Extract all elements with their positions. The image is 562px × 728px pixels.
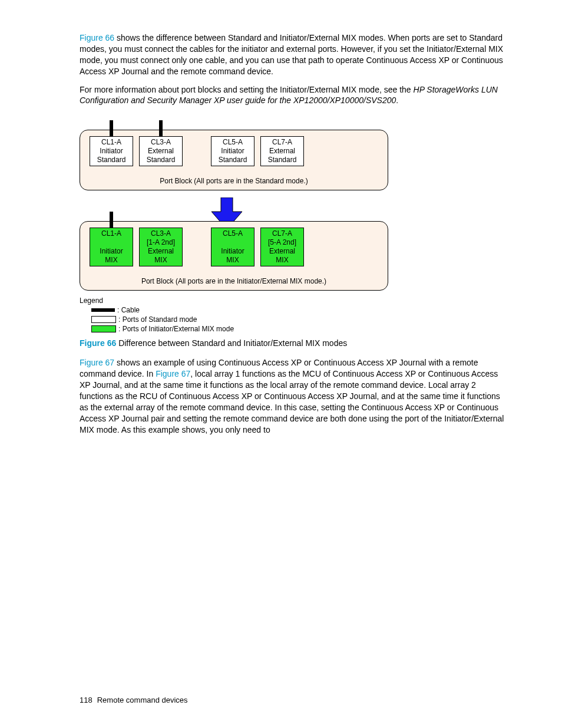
port-box-line: Standard bbox=[213, 156, 253, 164]
cable-icon bbox=[159, 120, 163, 137]
port-box-line: CL5-A bbox=[213, 138, 253, 147]
port-box-line: CL7-A bbox=[262, 138, 302, 147]
figure-66-caption: Figure 66 Difference between Standard an… bbox=[80, 338, 506, 349]
page-number: 118 bbox=[80, 696, 92, 704]
port-box-line: MIX bbox=[141, 256, 181, 265]
port-box-line: Initiator bbox=[91, 247, 131, 256]
legend: Legend : Cable: Ports of Standard mode: … bbox=[80, 297, 368, 333]
legend-swatch-icon bbox=[91, 316, 116, 323]
port-box-line: MIX bbox=[91, 256, 131, 265]
para2-lead: For more information about port blocks a… bbox=[80, 85, 414, 94]
para3-t2: , local array 1 functions as the MCU of … bbox=[80, 369, 504, 434]
port-box-line: Standard bbox=[262, 156, 302, 164]
figure-66-text: Difference between Standard and Initiato… bbox=[116, 338, 347, 348]
port-box-line: CL1-A bbox=[91, 229, 131, 238]
legend-title: Legend bbox=[80, 297, 368, 305]
figure-67-link-1[interactable]: Figure 67 bbox=[80, 358, 114, 367]
legend-item: : Cable bbox=[91, 306, 368, 314]
port-box-line: Standard bbox=[141, 156, 181, 164]
legend-item: : Ports of Standard mode bbox=[91, 315, 368, 324]
section-title: Remote command devices bbox=[97, 696, 188, 704]
port-box-line: External bbox=[262, 147, 302, 156]
port-box-line: [1-A 2nd] bbox=[141, 238, 181, 247]
port-box: CL3-AExternalStandard bbox=[139, 136, 183, 166]
para1-text: shows the difference between Standard an… bbox=[80, 33, 503, 76]
figure-67-link-2[interactable]: Figure 67 bbox=[156, 369, 190, 378]
port-box-line: Standard bbox=[91, 156, 131, 164]
paragraph-3: Figure 67 shows an example of using Cont… bbox=[80, 357, 506, 435]
port-box-line: CL3-A bbox=[141, 138, 181, 147]
top-block-caption: Port Block (All ports are in the Standar… bbox=[90, 177, 378, 185]
legend-item: : Ports of Initiator/External MIX mode bbox=[91, 325, 368, 333]
port-box: CL7-A[5-A 2nd]ExternalMIX bbox=[260, 228, 304, 266]
cable-icon bbox=[110, 212, 113, 228]
cable-icon bbox=[110, 120, 113, 137]
port-box: CL5-AInitiatorStandard bbox=[211, 136, 254, 166]
legend-swatch-icon bbox=[91, 325, 116, 332]
port-box-line: CL7-A bbox=[262, 229, 302, 238]
page-footer: 118Remote command devices bbox=[80, 696, 188, 704]
port-box-line: CL5-A bbox=[213, 229, 253, 238]
port-box-line: Initiator bbox=[213, 147, 253, 156]
paragraph-1: Figure 66 shows the difference between S… bbox=[80, 32, 506, 77]
bottom-port-block: CL1-A InitiatorMIXCL3-A[1-A 2nd]External… bbox=[80, 221, 388, 291]
port-box-line: External bbox=[141, 147, 181, 156]
figure-66-link[interactable]: Figure 66 bbox=[80, 33, 114, 42]
port-box-line: External bbox=[141, 247, 181, 256]
bottom-block-caption: Port Block (All ports are in the Initiat… bbox=[90, 277, 378, 285]
figure-66-label: Figure 66 bbox=[80, 338, 116, 348]
port-box-line: CL1-A bbox=[91, 138, 131, 147]
top-port-block: CL1-AInitiatorStandardCL3-AExternalStand… bbox=[80, 130, 388, 190]
port-box: CL3-A[1-A 2nd]ExternalMIX bbox=[139, 228, 183, 266]
port-box-line: External bbox=[262, 247, 302, 256]
legend-label: : Cable bbox=[117, 306, 140, 314]
port-box-line bbox=[91, 238, 131, 247]
port-box: CL5-A InitiatorMIX bbox=[211, 228, 254, 266]
port-box: CL1-A InitiatorMIX bbox=[90, 228, 133, 266]
legend-swatch-icon bbox=[91, 308, 115, 312]
port-box: CL7-AExternalStandard bbox=[260, 136, 304, 166]
para2-tail: . bbox=[396, 95, 398, 105]
legend-label: : Ports of Initiator/External MIX mode bbox=[118, 325, 234, 333]
port-box-line: CL3-A bbox=[141, 229, 181, 238]
port-box-line: [5-A 2nd] bbox=[262, 238, 302, 247]
port-box-line: Initiator bbox=[213, 247, 253, 256]
port-box-line: Initiator bbox=[91, 147, 131, 156]
port-box: CL1-AInitiatorStandard bbox=[90, 136, 133, 166]
port-box-line: MIX bbox=[213, 256, 253, 265]
paragraph-2: For more information about port blocks a… bbox=[80, 84, 506, 107]
legend-label: : Ports of Standard mode bbox=[118, 315, 197, 324]
port-box-line bbox=[213, 238, 253, 247]
figure-66-diagram: CL1-AInitiatorStandardCL3-AExternalStand… bbox=[80, 113, 506, 333]
port-box-line: MIX bbox=[262, 256, 302, 265]
